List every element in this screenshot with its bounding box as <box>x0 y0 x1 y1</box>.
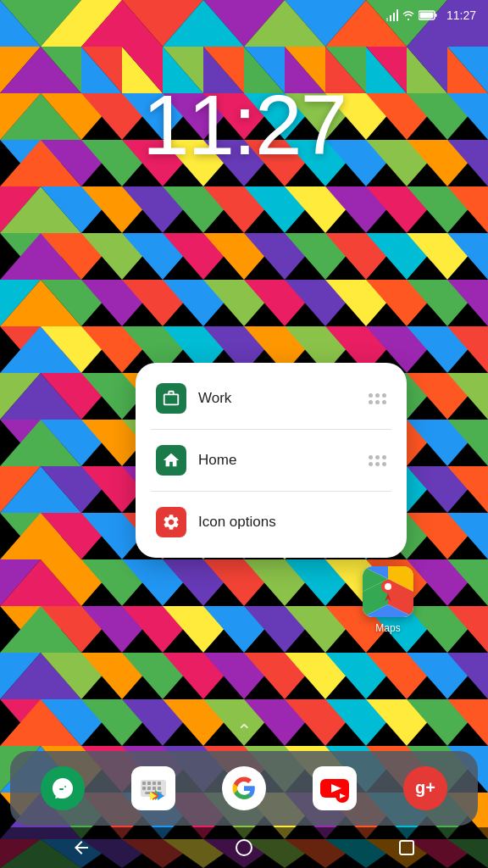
svg-text:g+: g+ <box>415 778 435 797</box>
dot <box>375 462 380 466</box>
youtube-bg <box>313 766 357 810</box>
svg-rect-284 <box>158 782 161 785</box>
youtube-icon <box>319 772 351 804</box>
divider-2 <box>151 491 391 492</box>
menu-item-home[interactable]: Home <box>141 433 402 487</box>
dock: ❝ <box>10 751 478 826</box>
svg-rect-266 <box>419 13 433 19</box>
back-button[interactable] <box>56 832 107 863</box>
hangouts-bg: ❝ <box>41 766 85 810</box>
status-time: 11:27 <box>446 8 476 22</box>
youtube-dock-icon[interactable] <box>311 765 358 812</box>
maps-app-icon[interactable]: Maps <box>363 566 413 634</box>
svg-rect-265 <box>435 14 436 17</box>
hangouts-icon: ❝ <box>49 775 76 802</box>
dot <box>375 455 380 459</box>
briefcase-icon <box>162 389 180 408</box>
options-icon-container <box>156 507 186 537</box>
wifi-icon <box>402 9 414 21</box>
svg-rect-288 <box>158 787 161 790</box>
svg-point-275 <box>385 583 391 590</box>
home-nav-icon <box>235 838 253 857</box>
context-menu: Work Home <box>136 363 407 558</box>
gplus-icon: g+ <box>412 775 439 802</box>
dot <box>382 462 386 466</box>
dot <box>382 400 386 404</box>
icon-options-label: Icon options <box>198 514 386 531</box>
hangouts-dock-icon[interactable]: ❝ <box>39 765 86 812</box>
status-icons: 11:27 <box>385 8 476 22</box>
up-chevron[interactable]: ⌃ <box>236 721 252 743</box>
dot <box>369 462 373 466</box>
work-icon-container <box>156 383 186 414</box>
svg-rect-287 <box>152 787 156 790</box>
gplus-dock-icon[interactable]: g+ <box>402 765 449 812</box>
maps-svg <box>363 566 413 617</box>
nav-bar <box>0 827 488 868</box>
dot <box>375 393 380 398</box>
home-icon <box>162 451 180 470</box>
recents-button[interactable] <box>381 832 432 863</box>
google-dock-icon[interactable] <box>220 765 268 812</box>
dot <box>375 400 380 404</box>
svg-rect-283 <box>152 782 156 785</box>
maps-label: Maps <box>375 622 400 634</box>
svg-point-299 <box>236 840 252 855</box>
svg-marker-260 <box>393 13 395 21</box>
svg-marker-259 <box>396 9 398 21</box>
home-button[interactable] <box>219 832 269 863</box>
work-label: Work <box>198 390 369 407</box>
divider-1 <box>151 429 391 430</box>
menu-item-work[interactable]: Work <box>141 371 402 426</box>
svg-rect-285 <box>142 787 146 790</box>
google-bg <box>222 766 266 810</box>
home-icon-container <box>156 445 186 476</box>
dot <box>382 455 386 459</box>
playstore-dock-icon[interactable] <box>130 765 177 812</box>
clock-container: 11:27 <box>0 76 488 174</box>
clock-display: 11:27 <box>142 76 346 174</box>
home-label: Home <box>198 452 369 469</box>
svg-rect-263 <box>408 19 409 20</box>
dot <box>369 400 373 404</box>
svg-text:❝: ❝ <box>57 781 65 798</box>
svg-marker-262 <box>386 18 388 21</box>
dot <box>382 393 386 398</box>
home-dots <box>369 455 386 466</box>
dot <box>369 393 373 398</box>
back-icon <box>71 837 92 858</box>
battery-icon <box>419 10 437 20</box>
dot <box>369 455 373 459</box>
svg-rect-300 <box>400 841 413 854</box>
svg-rect-281 <box>142 782 146 785</box>
keyboard-icon <box>138 773 169 804</box>
maps-icon-image <box>363 566 413 617</box>
svg-rect-282 <box>147 782 151 785</box>
gplus-bg: g+ <box>403 766 447 810</box>
svg-marker-261 <box>390 15 391 21</box>
status-bar: 11:27 <box>0 0 488 31</box>
google-icon <box>230 775 258 802</box>
recents-icon <box>398 839 415 856</box>
playstore-bg <box>131 766 175 810</box>
signal-icon <box>385 9 398 21</box>
menu-item-icon-options[interactable]: Icon options <box>141 495 402 549</box>
work-dots <box>369 393 386 404</box>
svg-rect-286 <box>147 787 151 790</box>
settings-icon <box>162 513 180 531</box>
